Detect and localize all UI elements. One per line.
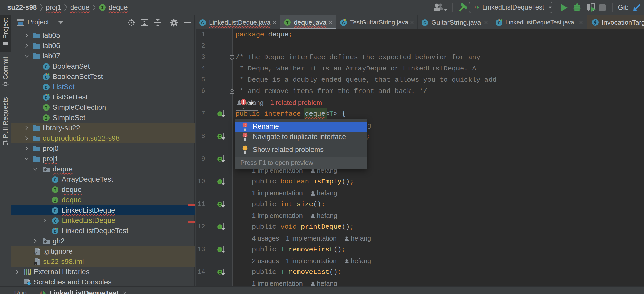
svg-text:I: I <box>101 5 104 10</box>
svg-text:I: I <box>219 225 221 230</box>
svg-text:C: C <box>497 20 500 26</box>
svg-text:C: C <box>54 177 56 183</box>
svg-text:C: C <box>201 20 204 26</box>
svg-text:I: I <box>219 180 221 185</box>
svg-text:C: C <box>423 20 426 26</box>
svg-text:I: I <box>286 20 289 26</box>
svg-text:I: I <box>219 203 221 207</box>
svg-text:I: I <box>219 248 221 252</box>
svg-text:C: C <box>342 20 345 26</box>
svg-text:I: I <box>219 158 221 162</box>
svg-text:I: I <box>54 198 56 203</box>
svg-text:I: I <box>219 112 221 117</box>
svg-text:C: C <box>54 208 56 214</box>
svg-text:I: I <box>54 187 56 193</box>
svg-text:I: I <box>219 135 221 139</box>
svg-text:C: C <box>54 229 56 234</box>
svg-text:C: C <box>45 85 47 90</box>
svg-text:C: C <box>54 218 57 224</box>
svg-text:C: C <box>45 64 47 70</box>
svg-text:I: I <box>219 271 221 275</box>
svg-text:C: C <box>45 75 47 80</box>
svg-text:I: I <box>45 115 47 121</box>
svg-text:C: C <box>45 95 47 101</box>
svg-text:I: I <box>45 105 47 111</box>
